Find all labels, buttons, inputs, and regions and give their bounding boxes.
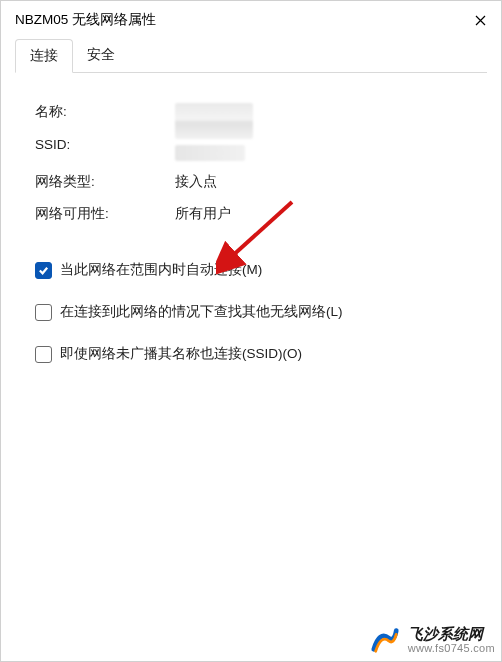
watermark-title: 飞沙系统网 — [408, 626, 495, 643]
connect-hidden-checkbox-row[interactable]: 即使网络未广播其名称也连接(SSID)(O) — [35, 345, 467, 363]
tab-connection-label: 连接 — [30, 48, 58, 63]
checkmark-icon — [38, 265, 49, 276]
tab-security[interactable]: 安全 — [73, 39, 129, 72]
name-ssid-row: 名称: SSID: — [35, 103, 467, 167]
name-value-redacted — [175, 103, 253, 139]
network-type-label: 网络类型: — [35, 173, 175, 191]
network-type-value: 接入点 — [175, 173, 467, 191]
network-availability-row: 网络可用性: 所有用户 — [35, 205, 467, 223]
watermark-logo-icon — [370, 625, 400, 655]
close-button[interactable] — [471, 11, 489, 29]
wireless-properties-dialog: NBZM05 无线网络属性 连接 安全 名称: SSID: — [0, 0, 502, 662]
connect-hidden-label: 即使网络未广播其名称也连接(SSID)(O) — [60, 345, 302, 363]
auto-connect-label: 当此网络在范围内时自动连接(M) — [60, 261, 262, 279]
tab-security-label: 安全 — [87, 47, 115, 62]
look-for-other-checkbox-row[interactable]: 在连接到此网络的情况下查找其他无线网络(L) — [35, 303, 467, 321]
name-label: 名称: — [35, 103, 175, 121]
network-availability-value: 所有用户 — [175, 205, 467, 223]
tab-strip: 连接 安全 — [15, 39, 487, 73]
auto-connect-checkbox[interactable] — [35, 262, 52, 279]
auto-connect-checkbox-row[interactable]: 当此网络在范围内时自动连接(M) — [35, 261, 467, 279]
connect-hidden-checkbox[interactable] — [35, 346, 52, 363]
tabs-container: 连接 安全 — [1, 39, 501, 73]
watermark: 飞沙系统网 www.fs0745.com — [364, 621, 501, 657]
ssid-label: SSID: — [35, 137, 175, 152]
network-type-row: 网络类型: 接入点 — [35, 173, 467, 191]
window-title: NBZM05 无线网络属性 — [15, 11, 156, 29]
look-for-other-checkbox[interactable] — [35, 304, 52, 321]
tab-connection[interactable]: 连接 — [15, 39, 73, 73]
tab-content: 名称: SSID: 网络类型: 接入点 网络可用性: 所有用户 当此网络在范围内… — [1, 73, 501, 363]
title-bar: NBZM05 无线网络属性 — [1, 1, 501, 39]
close-icon — [475, 15, 486, 26]
network-availability-label: 网络可用性: — [35, 205, 175, 223]
checkbox-group: 当此网络在范围内时自动连接(M) 在连接到此网络的情况下查找其他无线网络(L) … — [35, 261, 467, 363]
look-for-other-label: 在连接到此网络的情况下查找其他无线网络(L) — [60, 303, 343, 321]
watermark-url: www.fs0745.com — [408, 642, 495, 654]
ssid-value-redacted — [175, 145, 245, 161]
